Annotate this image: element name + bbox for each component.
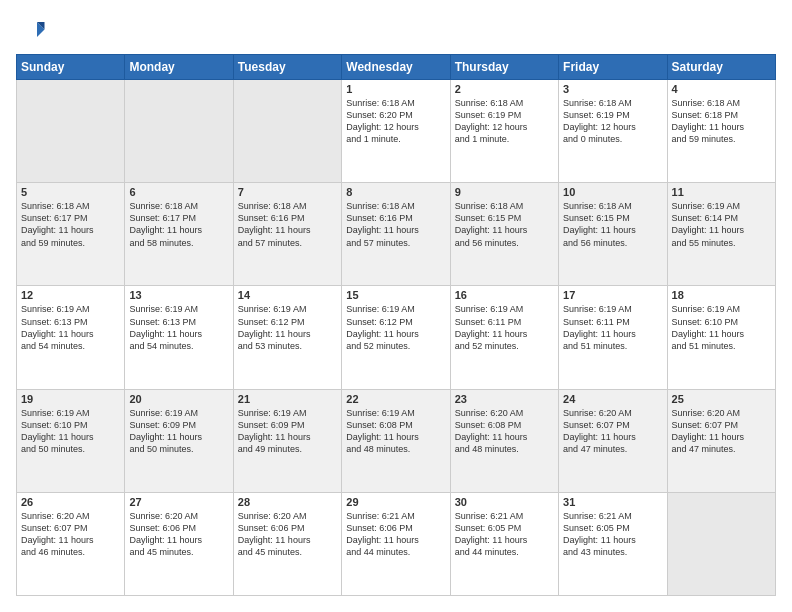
calendar-cell: 28Sunrise: 6:20 AM Sunset: 6:06 PM Dayli… (233, 492, 341, 595)
calendar-cell: 7Sunrise: 6:18 AM Sunset: 6:16 PM Daylig… (233, 183, 341, 286)
calendar-cell: 6Sunrise: 6:18 AM Sunset: 6:17 PM Daylig… (125, 183, 233, 286)
cell-content: Sunrise: 6:19 AM Sunset: 6:09 PM Dayligh… (238, 407, 337, 456)
day-number: 13 (129, 289, 228, 301)
calendar-cell: 27Sunrise: 6:20 AM Sunset: 6:06 PM Dayli… (125, 492, 233, 595)
cell-content: Sunrise: 6:19 AM Sunset: 6:10 PM Dayligh… (672, 303, 771, 352)
cell-content: Sunrise: 6:18 AM Sunset: 6:16 PM Dayligh… (238, 200, 337, 249)
cell-content: Sunrise: 6:20 AM Sunset: 6:07 PM Dayligh… (563, 407, 662, 456)
calendar-cell: 5Sunrise: 6:18 AM Sunset: 6:17 PM Daylig… (17, 183, 125, 286)
day-number: 4 (672, 83, 771, 95)
calendar-cell: 26Sunrise: 6:20 AM Sunset: 6:07 PM Dayli… (17, 492, 125, 595)
day-number: 22 (346, 393, 445, 405)
calendar-cell: 25Sunrise: 6:20 AM Sunset: 6:07 PM Dayli… (667, 389, 775, 492)
cell-content: Sunrise: 6:20 AM Sunset: 6:06 PM Dayligh… (238, 510, 337, 559)
day-number: 14 (238, 289, 337, 301)
day-number: 17 (563, 289, 662, 301)
cell-content: Sunrise: 6:18 AM Sunset: 6:17 PM Dayligh… (129, 200, 228, 249)
day-number: 3 (563, 83, 662, 95)
calendar-cell: 18Sunrise: 6:19 AM Sunset: 6:10 PM Dayli… (667, 286, 775, 389)
cell-content: Sunrise: 6:19 AM Sunset: 6:10 PM Dayligh… (21, 407, 120, 456)
day-number: 20 (129, 393, 228, 405)
page: SundayMondayTuesdayWednesdayThursdayFrid… (0, 0, 792, 612)
cell-content: Sunrise: 6:21 AM Sunset: 6:05 PM Dayligh… (455, 510, 554, 559)
weekday-header-sunday: Sunday (17, 55, 125, 80)
cell-content: Sunrise: 6:20 AM Sunset: 6:06 PM Dayligh… (129, 510, 228, 559)
day-number: 10 (563, 186, 662, 198)
cell-content: Sunrise: 6:19 AM Sunset: 6:13 PM Dayligh… (21, 303, 120, 352)
cell-content: Sunrise: 6:19 AM Sunset: 6:13 PM Dayligh… (129, 303, 228, 352)
cell-content: Sunrise: 6:21 AM Sunset: 6:06 PM Dayligh… (346, 510, 445, 559)
cell-content: Sunrise: 6:19 AM Sunset: 6:08 PM Dayligh… (346, 407, 445, 456)
calendar-cell: 2Sunrise: 6:18 AM Sunset: 6:19 PM Daylig… (450, 80, 558, 183)
day-number: 2 (455, 83, 554, 95)
calendar-table: SundayMondayTuesdayWednesdayThursdayFrid… (16, 54, 776, 596)
weekday-header-tuesday: Tuesday (233, 55, 341, 80)
day-number: 25 (672, 393, 771, 405)
day-number: 5 (21, 186, 120, 198)
calendar-cell: 30Sunrise: 6:21 AM Sunset: 6:05 PM Dayli… (450, 492, 558, 595)
weekday-header-wednesday: Wednesday (342, 55, 450, 80)
calendar-cell: 29Sunrise: 6:21 AM Sunset: 6:06 PM Dayli… (342, 492, 450, 595)
weekday-header-thursday: Thursday (450, 55, 558, 80)
cell-content: Sunrise: 6:19 AM Sunset: 6:11 PM Dayligh… (455, 303, 554, 352)
day-number: 28 (238, 496, 337, 508)
calendar-cell: 21Sunrise: 6:19 AM Sunset: 6:09 PM Dayli… (233, 389, 341, 492)
logo-icon (16, 16, 46, 46)
day-number: 18 (672, 289, 771, 301)
cell-content: Sunrise: 6:18 AM Sunset: 6:15 PM Dayligh… (563, 200, 662, 249)
calendar-cell (17, 80, 125, 183)
calendar-cell: 12Sunrise: 6:19 AM Sunset: 6:13 PM Dayli… (17, 286, 125, 389)
calendar-cell (667, 492, 775, 595)
calendar-cell: 10Sunrise: 6:18 AM Sunset: 6:15 PM Dayli… (559, 183, 667, 286)
cell-content: Sunrise: 6:21 AM Sunset: 6:05 PM Dayligh… (563, 510, 662, 559)
day-number: 7 (238, 186, 337, 198)
day-number: 29 (346, 496, 445, 508)
day-number: 8 (346, 186, 445, 198)
day-number: 31 (563, 496, 662, 508)
cell-content: Sunrise: 6:18 AM Sunset: 6:15 PM Dayligh… (455, 200, 554, 249)
calendar-cell: 9Sunrise: 6:18 AM Sunset: 6:15 PM Daylig… (450, 183, 558, 286)
cell-content: Sunrise: 6:18 AM Sunset: 6:20 PM Dayligh… (346, 97, 445, 146)
calendar-cell: 31Sunrise: 6:21 AM Sunset: 6:05 PM Dayli… (559, 492, 667, 595)
day-number: 23 (455, 393, 554, 405)
day-number: 27 (129, 496, 228, 508)
week-row-0: 1Sunrise: 6:18 AM Sunset: 6:20 PM Daylig… (17, 80, 776, 183)
logo (16, 16, 50, 46)
calendar-cell: 3Sunrise: 6:18 AM Sunset: 6:19 PM Daylig… (559, 80, 667, 183)
week-row-3: 19Sunrise: 6:19 AM Sunset: 6:10 PM Dayli… (17, 389, 776, 492)
calendar-cell: 4Sunrise: 6:18 AM Sunset: 6:18 PM Daylig… (667, 80, 775, 183)
calendar-cell (125, 80, 233, 183)
cell-content: Sunrise: 6:20 AM Sunset: 6:07 PM Dayligh… (21, 510, 120, 559)
day-number: 1 (346, 83, 445, 95)
day-number: 19 (21, 393, 120, 405)
cell-content: Sunrise: 6:18 AM Sunset: 6:19 PM Dayligh… (455, 97, 554, 146)
calendar-cell (233, 80, 341, 183)
week-row-2: 12Sunrise: 6:19 AM Sunset: 6:13 PM Dayli… (17, 286, 776, 389)
calendar-cell: 22Sunrise: 6:19 AM Sunset: 6:08 PM Dayli… (342, 389, 450, 492)
day-number: 15 (346, 289, 445, 301)
day-number: 6 (129, 186, 228, 198)
cell-content: Sunrise: 6:20 AM Sunset: 6:08 PM Dayligh… (455, 407, 554, 456)
weekday-header-row: SundayMondayTuesdayWednesdayThursdayFrid… (17, 55, 776, 80)
cell-content: Sunrise: 6:18 AM Sunset: 6:18 PM Dayligh… (672, 97, 771, 146)
day-number: 11 (672, 186, 771, 198)
calendar-cell: 8Sunrise: 6:18 AM Sunset: 6:16 PM Daylig… (342, 183, 450, 286)
cell-content: Sunrise: 6:19 AM Sunset: 6:14 PM Dayligh… (672, 200, 771, 249)
cell-content: Sunrise: 6:19 AM Sunset: 6:12 PM Dayligh… (346, 303, 445, 352)
cell-content: Sunrise: 6:18 AM Sunset: 6:17 PM Dayligh… (21, 200, 120, 249)
cell-content: Sunrise: 6:19 AM Sunset: 6:12 PM Dayligh… (238, 303, 337, 352)
day-number: 12 (21, 289, 120, 301)
calendar-cell: 1Sunrise: 6:18 AM Sunset: 6:20 PM Daylig… (342, 80, 450, 183)
weekday-header-saturday: Saturday (667, 55, 775, 80)
calendar-cell: 15Sunrise: 6:19 AM Sunset: 6:12 PM Dayli… (342, 286, 450, 389)
calendar-cell: 20Sunrise: 6:19 AM Sunset: 6:09 PM Dayli… (125, 389, 233, 492)
weekday-header-monday: Monday (125, 55, 233, 80)
cell-content: Sunrise: 6:19 AM Sunset: 6:09 PM Dayligh… (129, 407, 228, 456)
calendar-cell: 11Sunrise: 6:19 AM Sunset: 6:14 PM Dayli… (667, 183, 775, 286)
day-number: 26 (21, 496, 120, 508)
calendar-cell: 19Sunrise: 6:19 AM Sunset: 6:10 PM Dayli… (17, 389, 125, 492)
cell-content: Sunrise: 6:19 AM Sunset: 6:11 PM Dayligh… (563, 303, 662, 352)
day-number: 21 (238, 393, 337, 405)
calendar-cell: 17Sunrise: 6:19 AM Sunset: 6:11 PM Dayli… (559, 286, 667, 389)
weekday-header-friday: Friday (559, 55, 667, 80)
